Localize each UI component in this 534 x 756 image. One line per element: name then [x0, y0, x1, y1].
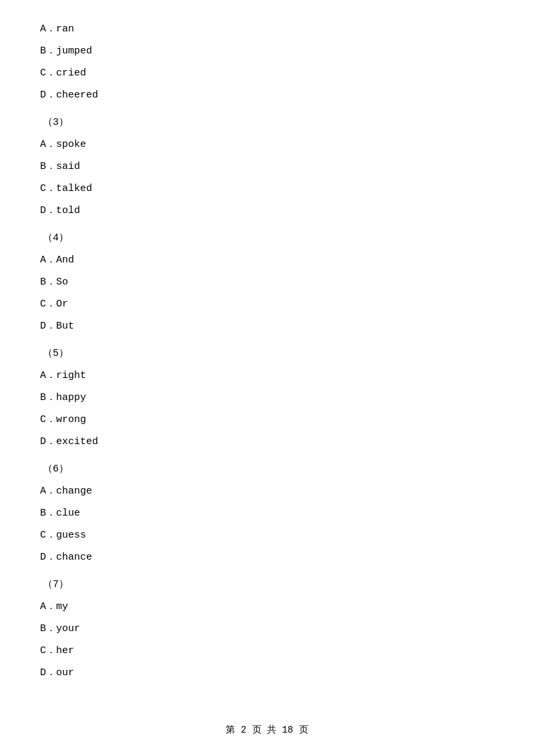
question-number: （4）: [40, 229, 494, 247]
list-item: A．ran: [40, 20, 494, 38]
list-item: B．said: [40, 158, 494, 176]
question-number: （7）: [40, 576, 494, 594]
list-item: A．my: [40, 598, 494, 616]
list-item: B．happy: [40, 389, 494, 407]
list-item: B．your: [40, 620, 494, 638]
list-item: C．talked: [40, 180, 494, 198]
question-group-4: （4） A．And B．So C．Or D．But: [40, 229, 494, 335]
list-item: C．wrong: [40, 411, 494, 429]
list-item: B．clue: [40, 504, 494, 522]
list-item: C．her: [40, 642, 494, 660]
list-item: D．excited: [40, 433, 494, 451]
list-item: D．But: [40, 317, 494, 335]
list-item: C．Or: [40, 295, 494, 313]
list-item: D．cheered: [40, 86, 494, 104]
list-item: D．our: [40, 664, 494, 682]
question-number: （6）: [40, 460, 494, 478]
list-item: A．And: [40, 251, 494, 269]
question-group-7: （7） A．my B．your C．her D．our: [40, 576, 494, 682]
list-item: A．change: [40, 482, 494, 500]
page-footer: 第 2 页 共 18 页: [0, 724, 534, 736]
question-group-6: （6） A．change B．clue C．guess D．chance: [40, 460, 494, 566]
list-item: B．jumped: [40, 42, 494, 60]
list-item: D．chance: [40, 548, 494, 566]
list-item: C．guess: [40, 526, 494, 544]
list-item: B．So: [40, 273, 494, 291]
question-group-3: （3） A．spoke B．said C．talked D．told: [40, 114, 494, 220]
list-item: A．spoke: [40, 136, 494, 154]
list-item: C．cried: [40, 64, 494, 82]
page-content: A．ran B．jumped C．cried D．cheered （3） A．s…: [0, 0, 534, 726]
question-number: （5）: [40, 345, 494, 363]
list-item: A．right: [40, 367, 494, 385]
question-group-5: （5） A．right B．happy C．wrong D．excited: [40, 345, 494, 451]
list-item: D．told: [40, 202, 494, 220]
question-number: （3）: [40, 114, 494, 132]
question-group-1: A．ran B．jumped C．cried D．cheered: [40, 20, 494, 104]
